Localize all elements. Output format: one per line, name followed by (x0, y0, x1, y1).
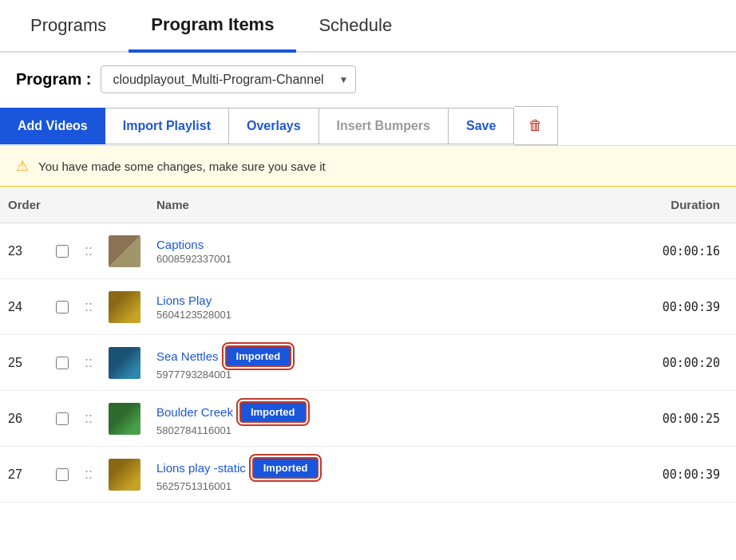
cell-drag[interactable]: :: (77, 459, 101, 489)
video-name: Boulder Creek Imported (156, 401, 307, 423)
thumbnail-image (109, 347, 140, 379)
cell-thumbnail (101, 452, 148, 497)
cell-checkbox[interactable] (48, 462, 77, 487)
trash-button[interactable]: 🗑 (514, 106, 558, 145)
col-checkbox (48, 195, 77, 215)
warning-bar: ⚠ You have made some changes, make sure … (0, 146, 736, 187)
table-container: Order Name Duration 23 :: Captions 60085… (0, 187, 736, 503)
row-checkbox[interactable] (56, 357, 69, 369)
video-title: Lions Play (156, 294, 212, 307)
cell-drag[interactable]: :: (77, 404, 101, 433)
video-name: Lions Play (156, 294, 212, 307)
tab-schedule[interactable]: Schedule (296, 1, 414, 53)
cell-duration: 00:00:16 (640, 238, 736, 265)
overlays-button[interactable]: Overlays (229, 108, 319, 144)
col-thumb (101, 195, 148, 215)
cell-thumbnail (101, 285, 148, 329)
video-id: 5802784116001 (156, 424, 231, 436)
video-id: 5977793284001 (156, 369, 231, 381)
save-button[interactable]: Save (449, 108, 514, 144)
add-videos-button[interactable]: Add Videos (0, 108, 105, 144)
video-title: Sea Nettles (156, 349, 219, 363)
cell-thumbnail (101, 229, 148, 274)
toolbar: Add Videos Import Playlist Overlays Inse… (0, 106, 736, 146)
thumbnail-image (109, 291, 140, 323)
cell-name: Captions 6008592337001 (148, 231, 640, 271)
row-checkbox[interactable] (56, 412, 69, 425)
thumbnail-image (109, 235, 140, 267)
tab-programs[interactable]: Programs (8, 1, 129, 53)
cell-thumbnail (101, 396, 148, 441)
insert-bumpers-button[interactable]: Insert Bumpers (319, 108, 449, 144)
cell-name: Lions Play 5604123528001 (148, 287, 640, 327)
video-name: Captions (156, 238, 204, 251)
warning-message: You have made some changes, make sure yo… (38, 160, 326, 173)
warning-icon: ⚠ (16, 157, 29, 175)
cell-checkbox[interactable] (48, 406, 77, 432)
program-select-wrapper[interactable]: cloudplayout_Multi-Program-Channel (101, 65, 356, 93)
table-row: 24 :: Lions Play 5604123528001 00:00:39 (0, 279, 736, 335)
cell-order: 24 (0, 294, 48, 321)
row-checkbox[interactable] (56, 468, 69, 481)
video-id: 6008592337001 (156, 253, 231, 265)
col-drag (77, 195, 101, 215)
table-header: Order Name Duration (0, 187, 736, 223)
table-row: 23 :: Captions 6008592337001 00:00:16 (0, 223, 736, 279)
program-select[interactable]: cloudplayout_Multi-Program-Channel (101, 65, 356, 93)
video-title: Lions play -static (156, 461, 246, 475)
program-row: Program : cloudplayout_Multi-Program-Cha… (0, 53, 736, 106)
cell-order: 25 (0, 349, 48, 377)
video-name: Lions play -static Imported (156, 457, 319, 479)
cell-duration: 00:00:39 (640, 461, 736, 488)
import-playlist-button[interactable]: Import Playlist (105, 108, 229, 144)
table-row: 26 :: Boulder Creek Imported 58027841160… (0, 391, 736, 447)
col-order: Order (0, 195, 48, 215)
table-body: 23 :: Captions 6008592337001 00:00:16 24… (0, 223, 736, 503)
thumbnail-image (109, 459, 140, 491)
imported-badge: Imported (225, 345, 292, 367)
cell-order: 23 (0, 238, 48, 265)
tabs-bar: Programs Program Items Schedule (0, 0, 736, 53)
cell-drag[interactable]: :: (77, 348, 101, 377)
table-row: 25 :: Sea Nettles Imported 5977793284001… (0, 335, 736, 391)
cell-thumbnail (101, 341, 148, 385)
tab-program-items[interactable]: Program Items (129, 0, 296, 53)
trash-icon: 🗑 (528, 117, 543, 133)
cell-checkbox[interactable] (48, 239, 77, 264)
cell-order: 27 (0, 461, 48, 488)
cell-duration: 00:00:20 (640, 349, 736, 377)
video-id: 5625751316001 (156, 480, 231, 492)
cell-order: 26 (0, 405, 48, 432)
video-title: Boulder Creek (156, 405, 233, 419)
imported-badge: Imported (252, 457, 319, 479)
table-row: 27 :: Lions play -static Imported 562575… (0, 447, 736, 503)
program-label: Program : (16, 70, 91, 89)
cell-name: Lions play -static Imported 562575131600… (148, 451, 640, 499)
cell-checkbox[interactable] (48, 350, 77, 376)
cell-checkbox[interactable] (48, 294, 77, 320)
cell-drag[interactable]: :: (77, 236, 101, 266)
cell-name: Sea Nettles Imported 5977793284001 (148, 339, 640, 387)
imported-badge: Imported (239, 401, 307, 423)
video-id: 5604123528001 (156, 309, 231, 321)
col-name: Name (148, 195, 640, 215)
cell-name: Boulder Creek Imported 5802784116001 (148, 395, 640, 443)
cell-duration: 00:00:25 (640, 405, 736, 432)
row-checkbox[interactable] (56, 245, 69, 258)
cell-duration: 00:00:39 (640, 294, 736, 321)
cell-drag[interactable]: :: (77, 292, 101, 321)
video-title: Captions (156, 238, 204, 251)
video-name: Sea Nettles Imported (156, 345, 291, 367)
col-duration: Duration (640, 195, 736, 215)
thumbnail-image (109, 403, 140, 435)
row-checkbox[interactable] (56, 301, 69, 314)
